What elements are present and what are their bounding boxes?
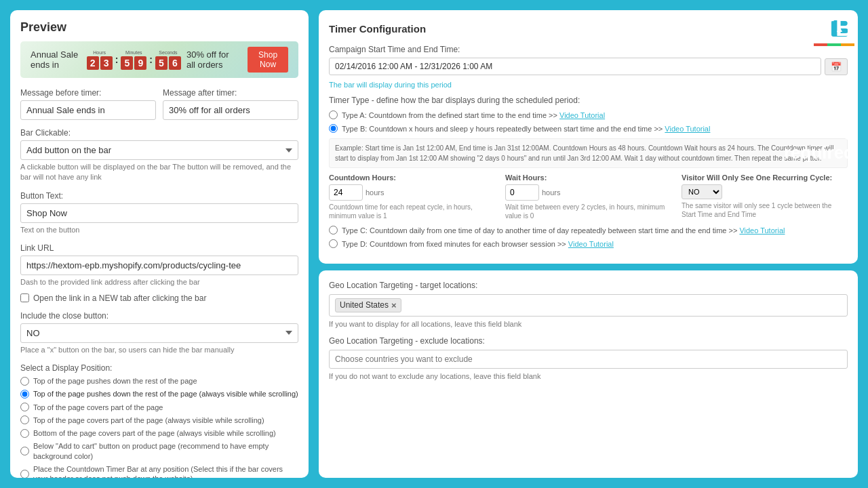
button-text-label: Button Text: (20, 191, 298, 201)
type-a-radio[interactable] (329, 110, 338, 119)
message-after-input[interactable] (163, 100, 298, 120)
type-c-row: Type C: Countdown daily from one time of… (329, 226, 848, 236)
type-b-video-link[interactable]: Video Tutorial (665, 125, 710, 133)
ctb-logo-text: CTB (800, 14, 854, 42)
shop-now-preview-button[interactable]: Shop Now (248, 47, 288, 73)
preview-banner: Annual Sale ends in Hours 2 3 : Minutes … (20, 41, 298, 78)
display-option-0: Top of the page pushes down the rest of … (20, 376, 298, 386)
wait-hours-input[interactable] (505, 184, 539, 201)
display-option-0-label: Top of the page pushes down the rest of … (33, 376, 197, 386)
type-c-video-link[interactable]: Video Tutorial (739, 226, 785, 235)
close-button-section: Include the close button: NO YES Place a… (20, 311, 298, 355)
display-option-2-label: Top of the page covers part of the page (33, 403, 163, 412)
link-url-input[interactable] (20, 256, 298, 275)
wait-hours-unit: hours (542, 188, 561, 197)
countdown-hours-input[interactable] (329, 184, 363, 201)
timer-panel-title: Timer Configuration (329, 23, 426, 35)
display-option-3: Top of the page covers part of the page … (20, 415, 298, 425)
display-radio-1[interactable] (20, 390, 29, 399)
display-option-2: Top of the page covers part of the page (20, 403, 298, 412)
countdown-hours-unit: hours (366, 188, 384, 197)
type-d-radio[interactable] (329, 239, 338, 248)
message-after-label: Message after timer: (163, 88, 298, 98)
bar-clickable-section: Bar Clickable: Add button on the bar Mak… (20, 128, 298, 183)
bar-clickable-helper: A clickable button will be displayed on … (20, 162, 298, 183)
wait-hours-helper: Wait time between every 2 cycles, in hou… (505, 203, 671, 220)
geo-tag-us-remove[interactable]: × (391, 300, 397, 310)
visitor-col: Visitor Will Only See One Recurring Cycl… (682, 174, 848, 219)
preview-title: Preview (20, 20, 298, 35)
message-before-label: Message before timer: (20, 88, 156, 98)
display-radio-0[interactable] (20, 377, 29, 386)
ctb-logo: CTB (719, 14, 854, 46)
display-radio-6[interactable] (20, 470, 29, 478)
button-text-section: Button Text: Text on the button (20, 191, 298, 235)
type-b-label: Type B: Countdown x hours and sleep y ho… (342, 124, 710, 134)
bar-clickable-select[interactable]: Add button on the bar Make the whole bar… (20, 140, 298, 160)
link-url-section: Link URL Dash to the provided link addre… (20, 243, 298, 302)
display-option-1-label: Top of the page pushes down the rest of … (33, 389, 298, 399)
hours-digits: 2 3 (87, 56, 113, 70)
wait-hours-input-row: hours (505, 184, 671, 201)
geo-target-helper: If you want to display for all locations… (329, 320, 848, 328)
ctb-logo-block: CTB (800, 14, 854, 46)
countdown-hours-col: Countdown Hours: hours Countdown time fo… (329, 174, 495, 220)
digit-1: 2 (87, 56, 99, 70)
display-option-4-label: Bottom of the page covers part of the pa… (33, 428, 276, 438)
visitor-helper: The same visitor will only see 1 cycle b… (682, 201, 848, 219)
type-d-label: Type D: Countdown from fixed minutes for… (342, 239, 614, 249)
wait-hours-col: Wait Hours: hours Wait time between ever… (505, 174, 671, 220)
type-d-row: Type D: Countdown from fixed minutes for… (329, 239, 848, 249)
countdown-hours-col-label: Countdown Hours: (329, 174, 495, 182)
geo-target-input[interactable]: United States × (329, 294, 848, 317)
brand-area: CTB Easy to configure and no coding requ… (719, 14, 854, 165)
geo-tag-us-text: United States (340, 300, 389, 310)
geo-target-label: Geo Location Targeting - target location… (329, 281, 848, 290)
bar-clickable-label: Bar Clickable: (20, 128, 298, 138)
wait-hours-col-label: Wait Hours: (505, 174, 671, 182)
seconds-digits: 5 6 (155, 56, 181, 70)
new-tab-label: Open the link in a NEW tab after clickin… (33, 293, 206, 303)
countdown-config-row: Countdown Hours: hours Countdown time fo… (329, 174, 848, 220)
type-b-radio[interactable] (329, 124, 338, 133)
close-button-label: Include the close button: (20, 311, 298, 321)
display-option-4: Bottom of the page covers part of the pa… (20, 428, 298, 438)
countdown-hours-helper: Countdown time for each repeat cycle, in… (329, 203, 495, 220)
close-button-helper: Place a "x" button on the bar, so users … (20, 345, 298, 355)
new-tab-checkbox[interactable] (20, 293, 29, 302)
seconds-label: Seconds (159, 50, 177, 55)
link-url-label: Link URL (20, 243, 298, 253)
close-button-select[interactable]: NO YES (20, 323, 298, 343)
display-option-6-label: Place the Countdown Timer Bar at any pos… (33, 464, 298, 478)
countdown-hours-input-row: hours (329, 184, 495, 201)
button-text-input[interactable] (20, 203, 298, 223)
digit-2: 3 (100, 56, 113, 70)
display-option-5: Below "Add to cart" button on product pa… (20, 441, 298, 461)
digit-5: 5 (155, 56, 167, 70)
display-radio-4[interactable] (20, 429, 29, 438)
digit-6: 6 (169, 56, 181, 70)
type-a-video-link[interactable]: Video Tutorial (559, 111, 605, 119)
ctb-logo-underline (814, 43, 854, 46)
display-radio-5[interactable] (20, 447, 29, 455)
type-d-video-link[interactable]: Video Tutorial (568, 240, 614, 248)
hours-label: Hours (93, 50, 106, 55)
sep-1: : (115, 54, 119, 65)
geo-panel: Geo Location Targeting - target location… (319, 270, 858, 478)
display-radio-3[interactable] (20, 415, 29, 424)
minutes-digits: 5 9 (121, 56, 146, 70)
visitor-select[interactable]: NO YES (682, 184, 722, 199)
message-before-col: Message before timer: (20, 88, 156, 120)
new-tab-row: Open the link in a NEW tab after clickin… (20, 293, 298, 303)
display-radio-2[interactable] (20, 403, 29, 411)
geo-tag-us: United States × (335, 298, 401, 312)
geo-exclude-input[interactable] (329, 350, 848, 369)
brand-tagline: Easy to configure and no coding required (719, 73, 854, 165)
countdown-group: Hours 2 3 : Minutes 5 9 : Seconds (87, 50, 181, 70)
type-c-label: Type C: Countdown daily from one time of… (342, 226, 785, 236)
display-option-3-label: Top of the page covers part of the page … (33, 415, 264, 425)
type-c-radio[interactable] (329, 226, 338, 235)
message-before-input[interactable] (20, 100, 156, 120)
display-position-radio-group: Top of the page pushes down the rest of … (20, 376, 298, 478)
display-option-5-label: Below "Add to cart" button on product pa… (33, 441, 298, 461)
